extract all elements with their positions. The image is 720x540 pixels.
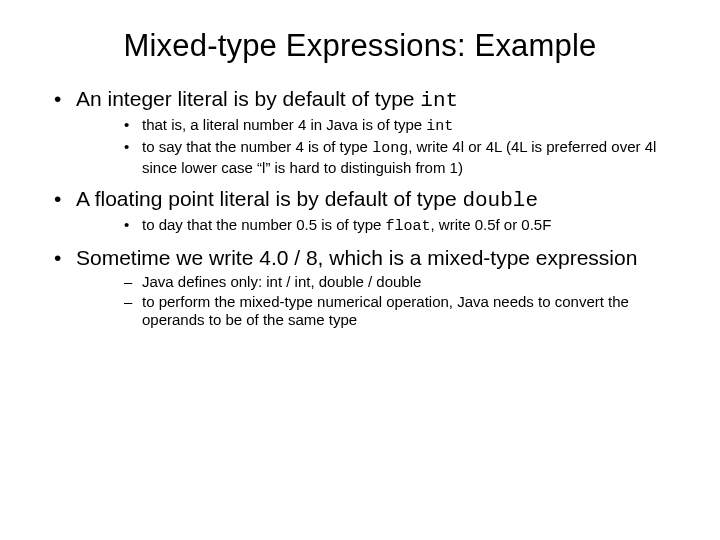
sub-bullet-list: Java defines only: int / int, double / d… xyxy=(76,273,680,330)
sub-bullet-text: that is, a literal number 4 in Java is o… xyxy=(142,116,426,133)
bullet-list: An integer literal is by default of type… xyxy=(40,86,680,330)
sub-bullet-list: to day that the number 0.5 is of type fl… xyxy=(76,216,680,237)
bullet-item: An integer literal is by default of type… xyxy=(50,86,680,178)
code-text: int xyxy=(420,89,458,112)
sub-bullet-item: to day that the number 0.5 is of type fl… xyxy=(124,216,680,237)
slide-title: Mixed-type Expressions: Example xyxy=(40,28,680,64)
code-text: double xyxy=(462,189,538,212)
bullet-text: A floating point literal is by default o… xyxy=(76,187,462,210)
bullet-text: An integer literal is by default of type xyxy=(76,87,420,110)
sub-bullet-list: that is, a literal number 4 in Java is o… xyxy=(76,116,680,177)
sub-bullet-text: to day that the number 0.5 is of type xyxy=(142,216,385,233)
bullet-text: Sometime we write 4.0 / 8, which is a mi… xyxy=(76,246,637,269)
sub-bullet-text: to perform the mixed-type numerical oper… xyxy=(142,293,629,329)
sub-bullet-text: to say that the number 4 is of type xyxy=(142,138,372,155)
code-text: int xyxy=(426,118,453,135)
code-text: long xyxy=(372,140,408,157)
sub-bullet-item: to perform the mixed-type numerical oper… xyxy=(124,293,680,331)
sub-bullet-item: Java defines only: int / int, double / d… xyxy=(124,273,680,292)
code-text: float xyxy=(385,218,430,235)
sub-bullet-item: that is, a literal number 4 in Java is o… xyxy=(124,116,680,137)
slide: Mixed-type Expressions: Example An integ… xyxy=(0,0,720,540)
bullet-item: Sometime we write 4.0 / 8, which is a mi… xyxy=(50,245,680,331)
sub-bullet-item: to say that the number 4 is of type long… xyxy=(124,138,680,178)
sub-bullet-text: Java defines only: int / int, double / d… xyxy=(142,273,421,290)
sub-bullet-text: , write 0.5f or 0.5F xyxy=(431,216,552,233)
bullet-item: A floating point literal is by default o… xyxy=(50,186,680,237)
